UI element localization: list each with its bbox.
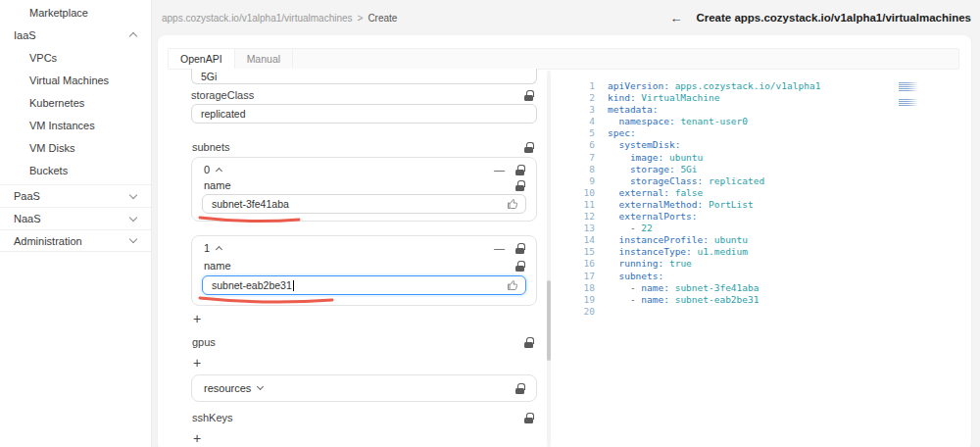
code-line: 7 image: ubuntu bbox=[573, 152, 956, 164]
remove-item-button[interactable]: — bbox=[494, 243, 505, 254]
chevron-down-icon bbox=[129, 213, 137, 221]
sidebar-item-iaas[interactable]: IaaS bbox=[0, 24, 151, 46]
section-label: resources bbox=[204, 382, 251, 394]
lock-icon[interactable] bbox=[515, 243, 524, 254]
field-label: storageClass bbox=[191, 89, 254, 101]
subnet-item-header: 0 — bbox=[192, 164, 536, 175]
subnet-0-name-input[interactable]: subnet-3fe41aba bbox=[202, 194, 526, 214]
subnets-section-label-row: subnets bbox=[192, 141, 537, 153]
resources-header: resources bbox=[192, 375, 536, 401]
line-number: 5 bbox=[573, 127, 595, 139]
sidebar-item-label: Buckets bbox=[29, 165, 68, 176]
code-line: 5spec: bbox=[573, 127, 956, 139]
code-line: 16 running: true bbox=[573, 258, 956, 270]
lock-icon[interactable] bbox=[515, 165, 524, 175]
line-number: 16 bbox=[573, 258, 595, 270]
code-line: 9 storageClass: replicated bbox=[573, 175, 956, 187]
lock-icon[interactable] bbox=[524, 142, 533, 153]
sidebar-item-marketplace[interactable]: Marketplace bbox=[0, 1, 151, 24]
thumbs-up-icon[interactable] bbox=[507, 279, 518, 291]
sidebar-item-label: VM Instances bbox=[29, 120, 95, 131]
section-label: subnets bbox=[192, 141, 230, 153]
code-line: 8 storage: 5Gi bbox=[573, 164, 956, 175]
sidebar-item-administration[interactable]: Administration bbox=[0, 229, 151, 252]
breadcrumb-link[interactable]: apps.cozystack.io/v1alpha1/virtualmachin… bbox=[162, 13, 353, 24]
subnet-item-collapse[interactable]: 0 bbox=[204, 164, 221, 175]
sidebar-item-vm-instances[interactable]: VM Instances bbox=[0, 114, 151, 136]
sidebar-item-paas[interactable]: PaaS bbox=[0, 184, 151, 207]
code-line: 4 namespace: tenant-user0 bbox=[573, 116, 956, 127]
input-value: 5Gi bbox=[201, 71, 217, 82]
line-number: 14 bbox=[573, 234, 595, 246]
line-number: 2 bbox=[573, 92, 595, 104]
tab-label: OpenAPI bbox=[180, 53, 222, 65]
code-line: 10 external: false bbox=[573, 187, 956, 199]
sidebar-item-label: IaaS bbox=[14, 29, 36, 41]
input-value: replicated bbox=[201, 108, 246, 120]
storageclass-input[interactable]: replicated bbox=[191, 104, 537, 124]
chevron-up-icon bbox=[216, 246, 222, 253]
subnet-item-collapse[interactable]: 1 bbox=[204, 242, 221, 254]
add-gpu-button[interactable]: + bbox=[193, 356, 201, 370]
topbar-right: ← Create apps.cozystack.io/v1alpha1/virt… bbox=[669, 11, 971, 25]
code-line: 15 instanceType: u1.medium bbox=[573, 246, 956, 258]
sidebar-item-label: VM Disks bbox=[29, 142, 74, 154]
form-scrollbar-thumb[interactable] bbox=[547, 280, 551, 361]
input-value: subnet-eab2be31 bbox=[212, 279, 292, 291]
lock-icon[interactable] bbox=[524, 337, 533, 348]
sidebar-item-buckets[interactable]: Buckets bbox=[0, 159, 151, 181]
subnet-item-1: 1 — name subnet-eab2be31 bbox=[191, 235, 537, 306]
line-number: 20 bbox=[573, 306, 595, 318]
app-window: Marketplace IaaS VPCs Virtual Machines K… bbox=[0, 0, 980, 447]
code-line: 11 externalMethod: PortList bbox=[573, 199, 956, 211]
tab-openapi[interactable]: OpenAPI bbox=[169, 49, 235, 69]
breadcrumb-current: Create bbox=[368, 13, 397, 24]
code-line: 20 bbox=[573, 306, 956, 318]
subnet-item-index: 1 bbox=[204, 242, 210, 254]
add-sshkey-button[interactable]: + bbox=[193, 431, 201, 445]
code-line: 19 - name: subnet-eab2be31 bbox=[573, 294, 956, 306]
add-subnet-button[interactable]: + bbox=[193, 312, 201, 325]
lock-icon[interactable] bbox=[515, 261, 524, 272]
section-label: gpus bbox=[192, 336, 216, 348]
lock-icon[interactable] bbox=[524, 413, 533, 423]
line-number: 10 bbox=[573, 187, 595, 199]
tab-manual[interactable]: Manual bbox=[235, 49, 293, 69]
tab-bar: OpenAPI Manual bbox=[168, 48, 959, 70]
lock-icon[interactable] bbox=[524, 90, 533, 101]
subnet-item-index: 0 bbox=[204, 164, 210, 175]
subnet-1-name-input[interactable]: subnet-eab2be31 bbox=[202, 275, 526, 295]
subnet-item-0: 0 — name subnet-3fe41aba bbox=[191, 157, 537, 222]
sidebar-item-vpcs[interactable]: VPCs bbox=[0, 46, 151, 69]
code-line: 18 - name: subnet-3fe41aba bbox=[573, 282, 956, 294]
resources-collapse[interactable]: resources bbox=[204, 382, 263, 394]
remove-item-button[interactable]: — bbox=[494, 165, 505, 175]
storage-input-partial[interactable]: 5Gi bbox=[191, 69, 537, 84]
gpus-section-label-row: gpus bbox=[192, 336, 537, 348]
code-line: 12 externalPorts: bbox=[573, 211, 956, 223]
subnet-item-header: 1 — bbox=[192, 242, 536, 254]
line-number: 9 bbox=[573, 175, 595, 187]
sidebar-item-vm-disks[interactable]: VM Disks bbox=[0, 136, 151, 159]
sidebar-item-virtual-machines[interactable]: Virtual Machines bbox=[0, 69, 151, 91]
back-arrow-icon[interactable]: ← bbox=[669, 11, 682, 25]
chevron-up-icon bbox=[216, 168, 222, 174]
line-number: 8 bbox=[573, 164, 595, 175]
section-label: sshKeys bbox=[192, 412, 233, 423]
chevron-up-icon bbox=[129, 32, 137, 40]
code-line: 14 instanceProfile: ubuntu bbox=[573, 234, 956, 246]
name-field-label-row: name bbox=[192, 179, 536, 191]
breadcrumb: apps.cozystack.io/v1alpha1/virtualmachin… bbox=[162, 13, 397, 24]
editor-minimap[interactable] bbox=[899, 82, 920, 107]
sidebar-item-kubernetes[interactable]: Kubernetes bbox=[0, 91, 151, 114]
lock-icon[interactable] bbox=[515, 180, 524, 191]
chevron-down-icon bbox=[257, 383, 264, 390]
line-number: 18 bbox=[573, 282, 595, 294]
sidebar-item-naas[interactable]: NaaS bbox=[0, 207, 151, 229]
thumbs-up-icon[interactable] bbox=[507, 198, 518, 210]
sidebar: Marketplace IaaS VPCs Virtual Machines K… bbox=[0, 0, 152, 447]
yaml-editor[interactable]: 1apiVersion: apps.cozystack.io/v1alpha12… bbox=[573, 80, 956, 318]
sidebar-item-label: NaaS bbox=[14, 213, 41, 224]
lock-icon[interactable] bbox=[515, 383, 524, 394]
tab-label: Manual bbox=[247, 53, 280, 65]
